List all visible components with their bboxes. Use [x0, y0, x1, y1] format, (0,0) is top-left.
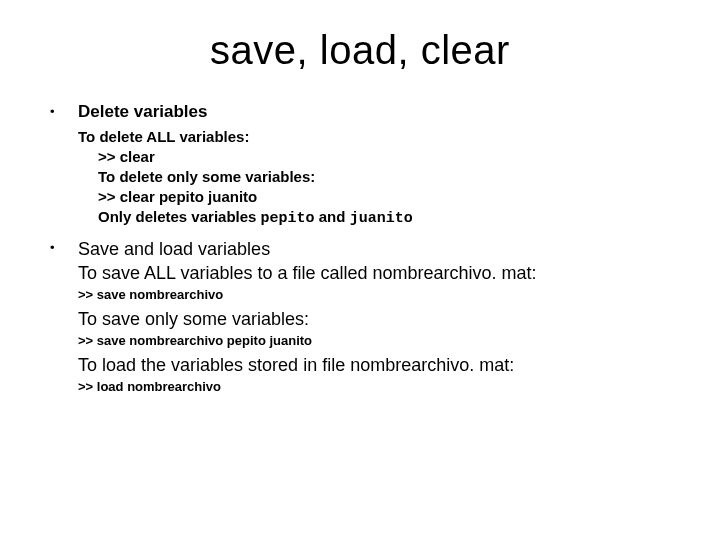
bullet-dot-icon: • — [48, 237, 78, 259]
note-var1: pepito — [261, 210, 315, 227]
text-save-some: To save only some variables: — [78, 307, 672, 331]
text-only-deletes: Only deletes variables pepito and juanit… — [98, 207, 672, 229]
text-delete-all: To delete ALL variables: — [78, 127, 672, 147]
slide-title: save, load, clear — [48, 28, 672, 73]
section-heading-save-load: Save and load variables — [78, 237, 672, 261]
note-prefix: Only deletes variables — [98, 208, 261, 225]
cmd-load: >> load nombrearchivo — [78, 378, 672, 396]
slide: save, load, clear • Delete variables To … — [0, 0, 720, 540]
note-mid: and — [315, 208, 350, 225]
indent-block: >> clear To delete only some variables: … — [78, 147, 672, 229]
bullet-body: Save and load variables To save ALL vari… — [78, 237, 672, 399]
text-save-all: To save ALL variables to a file called n… — [78, 261, 672, 285]
bullet-delete-variables: • Delete variables To delete ALL variabl… — [48, 101, 672, 229]
bullet-body: Delete variables To delete ALL variables… — [78, 101, 672, 229]
bullet-dot-icon: • — [48, 101, 78, 123]
cmd-clear-some: >> clear pepito juanito — [98, 187, 672, 207]
note-var2: juanito — [350, 210, 413, 227]
cmd-save-all: >> save nombrearchivo — [78, 286, 672, 304]
section-heading-delete: Delete variables — [78, 101, 672, 123]
text-load: To load the variables stored in file nom… — [78, 353, 672, 377]
text-delete-some: To delete only some variables: — [98, 167, 672, 187]
cmd-clear: >> clear — [98, 147, 672, 167]
cmd-save-some: >> save nombrearchivo pepito juanito — [78, 332, 672, 350]
bullet-save-load: • Save and load variables To save ALL va… — [48, 237, 672, 399]
